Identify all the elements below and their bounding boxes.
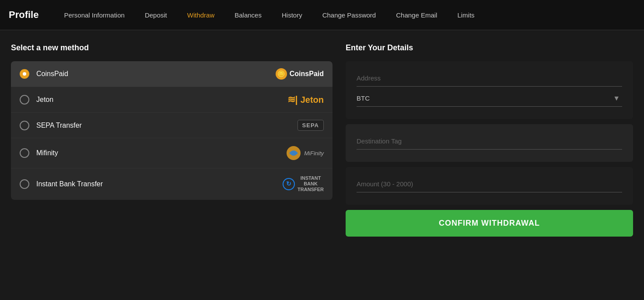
destination-tag-field [357, 133, 622, 150]
currency-select[interactable]: BTC ETH USDT XRP [357, 90, 622, 107]
amount-input[interactable] [357, 176, 622, 192]
radio-jeton [20, 95, 29, 105]
address-input[interactable] [357, 70, 622, 87]
nav-limits[interactable]: Limits [449, 8, 482, 22]
method-mifinity-left: Mifinity [20, 148, 58, 158]
instant-icon: ↻ [283, 178, 295, 190]
nav-deposit[interactable]: Deposit [137, 8, 175, 22]
nav-balances[interactable]: Balances [227, 8, 270, 22]
destination-tag-input[interactable] [357, 133, 622, 150]
method-coinspaid-label: CoinsPaid [36, 70, 68, 78]
instant-logo: ↻ INSTANTBANKTRANSFER [283, 175, 324, 193]
method-sepa[interactable]: SEPA Transfer SEPA [11, 113, 332, 138]
navigation: Profile Personal Information Deposit Wit… [0, 0, 644, 30]
select-method-title: Select a new method [11, 43, 332, 52]
right-panel: Enter Your Details BTC ETH USDT XRP ▼ [346, 43, 633, 237]
address-currency-card: BTC ETH USDT XRP ▼ [346, 61, 633, 119]
sepa-logo: SEPA [298, 120, 324, 131]
coinspaid-icon: 🪙 [276, 68, 287, 80]
confirm-withdrawal-button[interactable]: CONFIRM WITHDRAWAL [346, 210, 633, 237]
address-field [357, 70, 622, 87]
jeton-logo-text: Jeton [301, 95, 324, 105]
enter-details-title: Enter Your Details [346, 43, 633, 52]
amount-field [357, 176, 622, 192]
method-sepa-left: SEPA Transfer [20, 121, 82, 130]
method-list: CoinsPaid 🪙 CoinsPaid Jeton ≋| Jeton [11, 61, 332, 200]
radio-sepa [20, 121, 29, 130]
nav-personal-information[interactable]: Personal Information [56, 8, 132, 22]
mifinity-logo-text: MiFinity [304, 150, 324, 157]
method-jeton-label: Jeton [36, 96, 53, 104]
mifinity-logo: MiFinity [286, 145, 324, 161]
method-coinspaid[interactable]: CoinsPaid 🪙 CoinsPaid [11, 61, 332, 87]
nav-withdraw[interactable]: Withdraw [179, 8, 223, 22]
method-jeton-left: Jeton [20, 95, 53, 105]
brand-logo: Profile [9, 9, 38, 21]
currency-field: BTC ETH USDT XRP ▼ [357, 90, 622, 107]
amount-card [346, 167, 633, 205]
nav-change-email[interactable]: Change Email [388, 8, 445, 22]
instant-logo-text: INSTANTBANKTRANSFER [298, 175, 324, 193]
method-instant-label: Instant Bank Transfer [36, 180, 103, 188]
method-jeton[interactable]: Jeton ≋| Jeton [11, 87, 332, 113]
radio-mifinity [20, 148, 29, 158]
currency-select-wrapper: BTC ETH USDT XRP ▼ [357, 90, 622, 107]
method-coinspaid-left: CoinsPaid [20, 69, 68, 79]
method-mifinity-label: Mifinity [36, 149, 58, 157]
coinspaid-logo: 🪙 CoinsPaid [276, 68, 324, 80]
method-mifinity[interactable]: Mifinity MiFinity [11, 138, 332, 168]
nav-change-password[interactable]: Change Password [315, 8, 384, 22]
coinspaid-logo-text: CoinsPaid [290, 70, 324, 78]
method-instant-bank[interactable]: Instant Bank Transfer ↻ INSTANTBANKTRANS… [11, 168, 332, 200]
method-instant-left: Instant Bank Transfer [20, 179, 103, 189]
method-sepa-label: SEPA Transfer [36, 122, 82, 129]
destination-tag-card [346, 124, 633, 162]
radio-instant [20, 179, 29, 189]
jeton-logo: ≋| Jeton [287, 94, 324, 105]
jeton-icon: ≋| [287, 94, 298, 105]
nav-items: Personal Information Deposit Withdraw Ba… [56, 8, 635, 22]
left-panel: Select a new method CoinsPaid 🪙 CoinsPai… [11, 43, 332, 237]
radio-coinspaid [20, 69, 29, 79]
nav-history[interactable]: History [274, 8, 310, 22]
mifinity-svg-icon [286, 145, 301, 161]
main-content: Select a new method CoinsPaid 🪙 CoinsPai… [0, 30, 644, 250]
